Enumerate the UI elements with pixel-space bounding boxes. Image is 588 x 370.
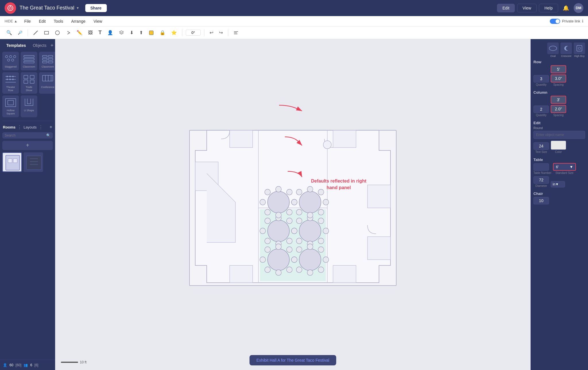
classroom2-label: Classroom	[42, 65, 54, 68]
redo-button[interactable]: ↪	[217, 29, 225, 37]
room-thumb-2[interactable]	[24, 152, 43, 172]
template-classroom1[interactable]: Classroom	[21, 52, 37, 70]
svg-rect-58	[333, 265, 356, 283]
person-tool[interactable]: 👤	[106, 29, 115, 37]
chevron-down-icon: ▼	[569, 165, 573, 169]
template-classroom2[interactable]: Classroom	[39, 52, 57, 70]
text-color-row: Text Size Color	[533, 141, 585, 154]
layers-tool[interactable]	[117, 29, 126, 37]
rooms-tab[interactable]: Rooms	[3, 125, 16, 129]
svg-rect-24	[48, 61, 53, 63]
floorplan[interactable]	[184, 127, 402, 288]
share-button[interactable]: Share	[85, 4, 107, 12]
right-panel: Oval Crescent High Boy	[531, 39, 588, 370]
chevron-up-icon: ▲	[14, 19, 18, 23]
svg-rect-16	[24, 55, 34, 57]
add-room-button[interactable]: +	[50, 124, 52, 130]
lock-tool[interactable]: 🔒	[158, 29, 167, 37]
obj-thumb-crescent[interactable]: Crescent	[560, 43, 572, 57]
menu-arrange[interactable]: Arrange	[68, 18, 89, 25]
angle-input[interactable]	[186, 30, 201, 36]
svg-point-121	[578, 47, 581, 49]
star-tool[interactable]: ⭐	[169, 29, 179, 37]
private-link-toggle[interactable]	[550, 19, 560, 24]
avatar[interactable]: DM	[574, 3, 583, 13]
menu-tools[interactable]: Tools	[50, 18, 67, 25]
project-title[interactable]: The Great Taco Festival ▼	[20, 5, 80, 11]
column-section: Column Quantity Spacing	[533, 90, 585, 117]
canvas-area[interactable]: 10 ft Exhibit Hall A for The Great Taco …	[55, 39, 531, 370]
row-spacing-label: Spacing	[551, 83, 566, 86]
circle-tool[interactable]	[53, 29, 62, 37]
svg-point-70	[260, 228, 266, 234]
menu-edit[interactable]: Edit	[35, 18, 49, 25]
obj-thumb-highboy[interactable]: High Boy	[574, 43, 585, 57]
template-u-shape[interactable]: U Shape	[21, 95, 37, 117]
color-tool[interactable]	[147, 29, 156, 37]
search-box: 🔍	[2, 132, 53, 139]
rectangle-tool[interactable]	[42, 29, 51, 37]
add-room-plus-button[interactable]: +	[2, 141, 53, 150]
layouts-tab[interactable]: Layouts	[24, 125, 37, 129]
row-quantity-input[interactable]	[533, 75, 549, 83]
obj-thumb-oval[interactable]: Oval	[547, 43, 559, 57]
units-row: Diameter in▼ ft cm	[533, 176, 585, 187]
template-hollow-square[interactable]: Hollow Square	[2, 95, 19, 117]
arrow-tool[interactable]	[64, 29, 73, 37]
layouts-dots-menu[interactable]: ⋮	[38, 124, 43, 130]
object-name-input[interactable]	[533, 131, 585, 139]
image-tool[interactable]: 🖼	[86, 29, 94, 37]
template-staggered[interactable]: Staggered	[2, 52, 19, 70]
svg-rect-52	[230, 130, 253, 147]
align-button[interactable]	[232, 29, 240, 37]
template-theater-row[interactable]: Theater Row	[2, 72, 19, 94]
zoom-in-button[interactable]: 🔍	[5, 29, 14, 37]
col-qty-spacing: Quantity Spacing	[533, 96, 585, 117]
edit-button[interactable]: Edit	[497, 4, 515, 12]
text-tool[interactable]: T	[97, 28, 103, 37]
notification-icon[interactable]: 🔔	[560, 4, 571, 12]
menu-view[interactable]: View	[90, 18, 106, 25]
standard-size-dropdown[interactable]: 6' ▼	[553, 163, 576, 171]
help-button[interactable]: Help	[539, 4, 558, 12]
upload-tool[interactable]: ⬆	[138, 29, 145, 37]
col-spacing-input[interactable]	[551, 96, 566, 104]
search-input[interactable]	[5, 133, 45, 137]
svg-point-103	[287, 209, 292, 215]
svg-point-28	[7, 76, 8, 77]
table-number-input[interactable]	[533, 163, 549, 171]
room-thumb-1[interactable]	[2, 152, 22, 172]
svg-point-94	[318, 267, 324, 273]
row-spacing-decimal-input[interactable]	[551, 74, 566, 83]
rooms-dots-menu[interactable]: ⋮	[17, 124, 22, 130]
trade-show-label: Trade Show	[23, 86, 35, 92]
template-trade-show[interactable]: Trade Show	[21, 72, 37, 94]
add-template-button[interactable]: +	[51, 43, 54, 49]
download-tool[interactable]: ⬇	[128, 29, 135, 37]
hide-toggle[interactable]: HIDE ▲	[5, 19, 18, 23]
view-button[interactable]: View	[517, 4, 537, 12]
column-section-label: Column	[533, 90, 585, 95]
tab-templates[interactable]: Templates	[3, 41, 29, 49]
pencil-tool[interactable]: ✏️	[75, 29, 84, 37]
room-thumbnails	[0, 151, 55, 173]
svg-point-90	[299, 249, 321, 271]
line-tool[interactable]	[31, 29, 40, 37]
template-conference[interactable]: Conference	[39, 72, 57, 94]
diameter-input[interactable]	[533, 176, 549, 184]
table-row-fields: Table Number 6' ▼ Standard Size	[533, 163, 585, 175]
units-select[interactable]: in▼ ft cm	[551, 181, 565, 187]
color-picker[interactable]	[551, 141, 566, 150]
row-spacing-input[interactable]	[551, 65, 566, 73]
zoom-out-button[interactable]: 🔎	[16, 29, 24, 36]
menu-file[interactable]: File	[21, 18, 34, 25]
svg-point-101	[287, 189, 292, 195]
col-quantity-input[interactable]	[533, 106, 549, 113]
undo-button[interactable]: ↩	[208, 29, 215, 37]
tab-objects[interactable]: Objects	[30, 41, 49, 49]
app-logo[interactable]	[5, 2, 16, 14]
col-spacing-decimal-input[interactable]	[551, 105, 566, 113]
col-spacing-group: Spacing	[551, 96, 566, 117]
text-size-input[interactable]	[533, 142, 549, 150]
chair-count-input[interactable]	[533, 197, 549, 204]
